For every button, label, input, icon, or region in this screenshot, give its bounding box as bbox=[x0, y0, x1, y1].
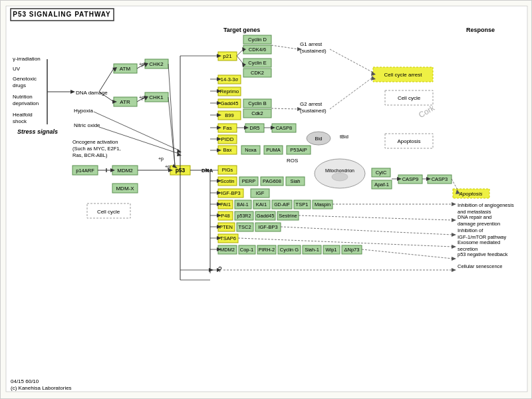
svg-text:+p: +p bbox=[158, 156, 164, 162]
svg-text:DR5: DR5 bbox=[249, 125, 259, 131]
svg-text:Sestrine: Sestrine bbox=[279, 213, 297, 219]
svg-text:Genotoxic: Genotoxic bbox=[13, 76, 37, 82]
svg-text:Wip1: Wip1 bbox=[325, 247, 336, 253]
svg-text:CDK4/6: CDK4/6 bbox=[249, 47, 266, 53]
svg-text:Exosome mediated: Exosome mediated bbox=[458, 239, 500, 245]
svg-text:p53R2: p53R2 bbox=[237, 213, 251, 219]
svg-text:Oncogene activation: Oncogene activation bbox=[72, 139, 118, 145]
svg-text:Inhibition of angiogenesis: Inhibition of angiogenesis bbox=[458, 202, 514, 208]
svg-text:Noxa: Noxa bbox=[245, 147, 257, 153]
svg-text:KAI1: KAI1 bbox=[256, 201, 267, 207]
svg-text:Cyclin G: Cyclin G bbox=[280, 247, 299, 253]
svg-text:Cyclin B: Cyclin B bbox=[248, 100, 267, 106]
svg-text:MDM2: MDM2 bbox=[117, 168, 133, 174]
svg-text:Target genes: Target genes bbox=[223, 27, 260, 33]
svg-text:CHK2: CHK2 bbox=[149, 61, 164, 67]
svg-text:Gadd45: Gadd45 bbox=[257, 213, 275, 219]
svg-text:Hypoxia: Hypoxia bbox=[74, 108, 93, 114]
svg-text:Nutrition: Nutrition bbox=[13, 94, 33, 100]
main-container: P53 SIGNALING PATHWAY P53 SIGNALING PATH… bbox=[0, 0, 532, 399]
svg-text:Nitric oxide: Nitric oxide bbox=[74, 122, 100, 128]
svg-text:GD-AIF: GD-AIF bbox=[274, 202, 290, 207]
svg-text:CHK1: CHK1 bbox=[149, 94, 164, 100]
svg-text:PAI1: PAI1 bbox=[220, 201, 231, 207]
svg-text:+p: +p bbox=[165, 164, 170, 170]
svg-text:IGF: IGF bbox=[256, 190, 265, 196]
svg-text:PTEN: PTEN bbox=[219, 224, 233, 230]
svg-text:Reprimo: Reprimo bbox=[220, 88, 239, 94]
svg-text:Bid: Bid bbox=[315, 136, 323, 142]
svg-text:Cyclin E: Cyclin E bbox=[248, 60, 267, 66]
svg-text:MDM-X: MDM-X bbox=[116, 186, 134, 192]
svg-text:Apaf-1: Apaf-1 bbox=[374, 182, 389, 188]
svg-text:Fas: Fas bbox=[223, 125, 231, 131]
svg-text:Bax: Bax bbox=[223, 147, 232, 153]
svg-text:Gadd45: Gadd45 bbox=[221, 100, 239, 106]
svg-text:P53AIP: P53AIP bbox=[290, 147, 307, 153]
svg-text:Cell cycle arrest: Cell cycle arrest bbox=[384, 72, 423, 78]
svg-text:Scotin: Scotin bbox=[221, 178, 235, 184]
svg-text:Cop-1: Cop-1 bbox=[240, 247, 253, 253]
svg-text:BAI-1: BAI-1 bbox=[237, 202, 249, 207]
svg-text:PERP: PERP bbox=[242, 178, 255, 184]
svg-text:Maspin: Maspin bbox=[315, 201, 331, 207]
svg-text:drugs: drugs bbox=[13, 82, 26, 88]
svg-text:ATM: ATM bbox=[120, 66, 131, 72]
svg-text:p21: p21 bbox=[223, 53, 232, 59]
svg-text:TSP1: TSP1 bbox=[296, 201, 309, 207]
svg-text:Apoptosis: Apoptosis bbox=[458, 191, 482, 197]
svg-text:IGF-BP3: IGF-BP3 bbox=[221, 190, 240, 196]
svg-text:Cell cycle: Cell cycle bbox=[97, 209, 120, 215]
svg-text:(c) Kanehisa Laboratories: (c) Kanehisa Laboratories bbox=[11, 385, 72, 391]
svg-text:CytC: CytC bbox=[376, 170, 387, 176]
svg-text:Apoptosis: Apoptosis bbox=[397, 138, 420, 144]
svg-text:CASP8: CASP8 bbox=[276, 125, 293, 131]
svg-text:CDK2: CDK2 bbox=[251, 70, 264, 76]
svg-text:p53 negative feedback: p53 negative feedback bbox=[458, 251, 508, 257]
svg-text:Siah-1: Siah-1 bbox=[305, 247, 319, 253]
svg-text:MDM2: MDM2 bbox=[220, 247, 235, 253]
svg-text:Cyclin D: Cyclin D bbox=[248, 37, 267, 43]
svg-text:G1 arrest: G1 arrest bbox=[300, 41, 323, 47]
svg-text:Response: Response bbox=[466, 27, 495, 33]
svg-text:ROS: ROS bbox=[287, 158, 298, 164]
svg-text:ATR: ATR bbox=[120, 99, 130, 105]
svg-text:IGF-BP3: IGF-BP3 bbox=[258, 224, 277, 230]
svg-text:DNA repair and: DNA repair and bbox=[458, 214, 491, 220]
svg-text:PIRH-2: PIRH-2 bbox=[259, 247, 275, 253]
svg-text:Heatfold: Heatfold bbox=[13, 112, 33, 118]
svg-text:tBid: tBid bbox=[340, 134, 348, 140]
svg-point-139 bbox=[332, 173, 348, 181]
svg-text:(sustained): (sustained) bbox=[300, 108, 327, 114]
svg-text:Stress signals: Stress signals bbox=[17, 128, 58, 135]
svg-text:Cdk2: Cdk2 bbox=[251, 110, 263, 116]
svg-text:TSC2: TSC2 bbox=[238, 224, 251, 230]
svg-text:B99: B99 bbox=[225, 112, 233, 118]
svg-text:DNA damage: DNA damage bbox=[76, 90, 108, 96]
svg-text:UV: UV bbox=[13, 66, 21, 72]
svg-text:04/15 60/10: 04/15 60/10 bbox=[11, 378, 39, 384]
svg-text:ΔNp73: ΔNp73 bbox=[344, 247, 360, 253]
svg-text:P53 SIGNALING PATHWAY: P53 SIGNALING PATHWAY bbox=[13, 11, 111, 18]
svg-text:Mitochondrion: Mitochondrion bbox=[325, 168, 354, 173]
svg-text:deprivation: deprivation bbox=[13, 100, 39, 106]
svg-text:P48: P48 bbox=[221, 213, 229, 219]
svg-text:(Such as MYC, E2F1,: (Such as MYC, E2F1, bbox=[72, 146, 121, 152]
svg-text:(sustained): (sustained) bbox=[300, 48, 327, 54]
svg-text:γ-irradiation: γ-irradiation bbox=[13, 56, 41, 62]
svg-text:+p: +p bbox=[139, 62, 144, 67]
svg-text:PUMA: PUMA bbox=[266, 147, 281, 153]
svg-text:PIGs: PIGs bbox=[222, 167, 233, 173]
svg-text:damage prevention: damage prevention bbox=[458, 221, 500, 227]
svg-text:+p: +p bbox=[139, 95, 144, 100]
svg-text:Cell cycle: Cell cycle bbox=[398, 95, 421, 101]
svg-text:TSAP6: TSAP6 bbox=[220, 235, 236, 241]
svg-text:Ras, BCR-ABL): Ras, BCR-ABL) bbox=[72, 152, 108, 158]
svg-text:shock: shock bbox=[13, 118, 27, 124]
pathway-diagram: P53 SIGNALING PATHWAY γ-irradiation UV G… bbox=[1, 1, 532, 399]
svg-text:Cellular senescence: Cellular senescence bbox=[458, 263, 503, 269]
svg-text:CASP3: CASP3 bbox=[432, 176, 448, 182]
svg-text:CASP9: CASP9 bbox=[402, 176, 419, 182]
svg-text:PAG608: PAG608 bbox=[263, 178, 281, 184]
svg-text:Inhibition of: Inhibition of bbox=[458, 227, 483, 233]
